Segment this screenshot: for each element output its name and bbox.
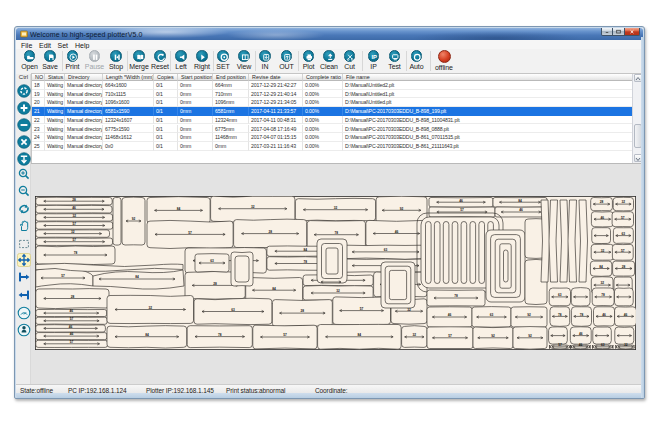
svg-text:46: 46 [69,325,73,329]
svg-text:63: 63 [622,232,626,236]
svg-text:32: 32 [72,214,76,218]
svg-text:57: 57 [72,238,76,242]
svg-text:32: 32 [413,333,417,337]
svg-text:92: 92 [527,313,531,317]
svg-text:92: 92 [400,207,404,211]
svg-text:32: 32 [622,200,626,204]
svg-text:92: 92 [491,334,495,338]
svg-text:57: 57 [558,343,562,347]
svg-text:46: 46 [579,343,583,347]
svg-text:46: 46 [519,208,523,212]
svg-text:46: 46 [69,309,73,313]
svg-text:57: 57 [73,222,77,226]
svg-text:28: 28 [72,198,76,202]
svg-text:84: 84 [304,248,308,252]
svg-text:78: 78 [558,313,562,317]
svg-text:32: 32 [601,249,605,253]
svg-text:63: 63 [231,308,235,312]
svg-text:46: 46 [70,332,74,336]
svg-text:57: 57 [283,333,287,337]
svg-text:46: 46 [602,313,606,317]
svg-text:84: 84 [518,199,522,203]
svg-text:63: 63 [601,343,605,347]
svg-text:78: 78 [74,251,78,255]
svg-text:57: 57 [188,231,192,235]
svg-text:84: 84 [145,333,149,337]
svg-text:78: 78 [454,294,458,298]
svg-text:57: 57 [61,274,65,278]
svg-text:46: 46 [459,199,463,203]
svg-text:57: 57 [621,216,625,220]
svg-text:28: 28 [622,265,626,269]
svg-text:63: 63 [490,313,494,317]
svg-text:78: 78 [335,231,339,235]
svg-text:57: 57 [70,340,74,344]
svg-text:28: 28 [268,230,272,234]
svg-text:57: 57 [460,208,464,212]
svg-text:57: 57 [448,334,452,338]
svg-text:78: 78 [304,260,308,264]
svg-text:84: 84 [272,287,276,291]
svg-text:84: 84 [358,333,362,337]
svg-text:46: 46 [72,206,76,210]
svg-text:57: 57 [70,317,74,321]
svg-text:63: 63 [384,248,388,252]
svg-text:57: 57 [360,307,364,311]
svg-text:28: 28 [71,295,75,299]
svg-text:46: 46 [579,332,583,336]
svg-text:28: 28 [301,309,305,313]
svg-text:28: 28 [600,200,604,204]
svg-text:46: 46 [395,230,399,234]
svg-text:78: 78 [218,333,222,337]
svg-text:92: 92 [528,334,532,338]
svg-text:46: 46 [448,313,452,317]
svg-text:32: 32 [251,205,255,209]
svg-text:46: 46 [601,216,605,220]
svg-text:32: 32 [148,306,152,310]
svg-text:32: 32 [600,281,604,285]
svg-text:32: 32 [334,206,338,210]
svg-text:63: 63 [558,293,562,297]
svg-text:63: 63 [210,259,214,263]
svg-text:92: 92 [132,217,136,221]
svg-text:84: 84 [177,207,181,211]
svg-text:84: 84 [135,275,139,279]
svg-text:IP: IP [372,54,378,60]
svg-text:84: 84 [599,265,603,269]
svg-text:78: 78 [580,313,584,317]
svg-text:57: 57 [621,249,625,253]
svg-text:78: 78 [601,293,605,297]
svg-text:46: 46 [624,313,628,317]
svg-text:32: 32 [336,289,340,293]
svg-text:28: 28 [213,282,217,286]
svg-text:32: 32 [624,343,628,347]
svg-text:32: 32 [71,230,75,234]
